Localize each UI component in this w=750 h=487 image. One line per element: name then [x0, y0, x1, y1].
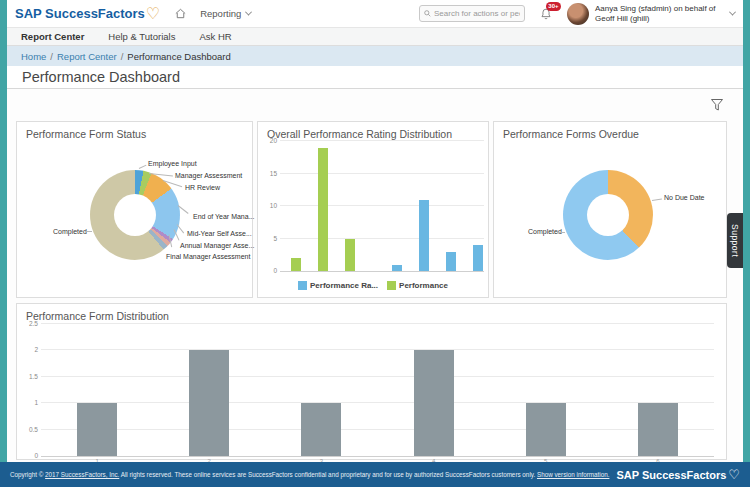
home-icon[interactable]	[174, 7, 187, 20]
bar[interactable]	[419, 200, 429, 272]
chart-legend: Performance Ra... Performance	[258, 281, 488, 290]
search-box[interactable]	[419, 5, 525, 22]
slice-label: HR Review	[185, 184, 220, 191]
y-tick-label: 0	[23, 452, 38, 459]
y-tick-label: 1	[23, 399, 38, 406]
y-tick-label: 2	[23, 346, 38, 353]
legend-item: Performance	[387, 281, 448, 290]
slice-label: Mid-Year Self Asse...	[187, 230, 252, 237]
slice-label: Manager Assessment	[175, 172, 242, 179]
show-version-link[interactable]: Show version information.	[537, 471, 609, 478]
legend-label: Performance Ra...	[310, 281, 378, 290]
bar[interactable]	[446, 252, 456, 272]
breadcrumb-current: Performance Dashboard	[127, 51, 231, 62]
chart-title: Performance Form Distribution	[26, 310, 169, 322]
bars-layer	[280, 141, 484, 271]
support-tab[interactable]: Support	[727, 213, 743, 268]
bar[interactable]	[392, 265, 402, 272]
bar[interactable]	[291, 258, 301, 271]
footer: Copyright © 2017 SuccessFactors, Inc. Al…	[0, 462, 750, 487]
tab-help-tutorials[interactable]: Help & Tutorials	[108, 31, 175, 42]
copyright-text: Copyright © 2017 SuccessFactors, Inc. Al…	[10, 471, 616, 478]
breadcrumb-separator: /	[121, 51, 124, 62]
form-distribution-plot[interactable]: 00.511.522.5 123456	[41, 324, 714, 457]
card-overall-performance-rating-distribution: Overall Performance Rating Distribution …	[257, 121, 489, 298]
tab-ask-hr[interactable]: Ask HR	[199, 31, 231, 42]
sap-successfactors-logo: SAP SuccessFactors	[15, 6, 145, 21]
leader-line	[652, 199, 662, 201]
legend-swatch	[387, 281, 396, 290]
y-tick-label: 0	[262, 267, 277, 274]
slice-label: No Due Date	[664, 194, 704, 201]
module-menu[interactable]: Reporting	[200, 8, 251, 19]
chevron-down-icon	[245, 9, 252, 16]
leader-line	[557, 232, 565, 233]
bar[interactable]	[526, 403, 566, 456]
legend-item: Performance Ra...	[298, 281, 378, 290]
leader-line	[85, 231, 92, 232]
slice-label: Final Manager Assessment	[166, 253, 250, 260]
right-edge-strip	[743, 0, 750, 462]
dashboard-panel: Performance Form Status Employee Input M…	[7, 88, 743, 462]
user-menu-chevron-icon[interactable]	[729, 9, 736, 16]
copyright-prefix: Copyright ©	[10, 471, 45, 478]
user-name: Aanya Sing (sfadmin) on behalf of Geoff …	[595, 4, 727, 24]
footer-brand-name: SAP SuccessFactors	[616, 469, 726, 481]
rating-distribution-plot[interactable]: 05101520	[280, 141, 484, 272]
breadcrumb-home[interactable]: Home	[21, 51, 46, 62]
y-tick-label: 10	[262, 202, 277, 209]
y-tick-label: 15	[262, 170, 277, 177]
legend-label: Performance	[399, 281, 448, 290]
tab-report-center[interactable]: Report Center	[21, 31, 84, 42]
footer-brand: SAP SuccessFactors ♡	[616, 467, 740, 482]
title-bar: Performance Dashboard	[7, 66, 743, 88]
copyright-middle: All rights reserved. These online servic…	[119, 471, 537, 478]
bar[interactable]	[301, 403, 341, 456]
y-tick-label: 5	[262, 235, 277, 242]
bar[interactable]	[189, 350, 229, 456]
support-tab-label: Support	[730, 224, 740, 257]
card-performance-forms-overdue: Performance Forms Overdue No Due Date Co…	[493, 121, 727, 298]
bars-layer	[41, 324, 714, 456]
bar[interactable]	[638, 403, 678, 456]
y-tick-label: 20	[262, 137, 277, 144]
y-tick-label: 0.5	[23, 426, 38, 433]
left-edge-strip	[0, 0, 7, 462]
card-performance-form-distribution: Performance Form Distribution 00.511.522…	[16, 303, 727, 460]
bar[interactable]	[473, 245, 483, 271]
chart-title: Performance Form Status	[26, 128, 146, 140]
notification-badge: 30+	[546, 2, 561, 11]
bar[interactable]	[318, 148, 328, 272]
notifications-button[interactable]: 30+	[539, 7, 553, 21]
legend-swatch	[298, 281, 307, 290]
module-menu-label: Reporting	[200, 8, 241, 19]
slice-label: Annual Manager Asse...	[180, 242, 254, 249]
top-header: SAP SuccessFactors ♡ Reporting 30+ Aanya…	[7, 0, 743, 28]
user-avatar[interactable]	[567, 3, 589, 25]
chart-title: Performance Forms Overdue	[503, 128, 639, 140]
slice-label: Completed	[53, 228, 87, 235]
content-area: SAP SuccessFactors ♡ Reporting 30+ Aanya…	[7, 0, 743, 462]
chart-title: Overall Performance Rating Distribution	[267, 128, 452, 140]
filter-icon	[710, 98, 724, 112]
bar[interactable]	[77, 403, 117, 456]
page-title: Performance Dashboard	[22, 69, 180, 85]
app-window: SAP SuccessFactors ♡ Reporting 30+ Aanya…	[0, 0, 750, 487]
heart-logo-icon: ♡	[146, 6, 160, 22]
card-performance-form-status: Performance Form Status Employee Input M…	[16, 121, 253, 298]
slice-label: Employee Input	[148, 160, 197, 167]
bar[interactable]	[345, 239, 355, 272]
performance-forms-overdue-donut[interactable]	[563, 170, 653, 260]
nav-tab-bar: Report Center Help & Tutorials Ask HR	[7, 28, 743, 46]
y-tick-label: 2.5	[23, 320, 38, 327]
bar[interactable]	[414, 350, 454, 456]
footer-heart-icon: ♡	[728, 467, 740, 482]
slice-label: End of Year Mana...	[193, 213, 255, 220]
filter-button[interactable]	[709, 97, 725, 113]
performance-form-status-donut[interactable]	[90, 170, 180, 260]
copyright-link[interactable]: 2017 SuccessFactors, Inc.	[45, 471, 119, 478]
leader-line	[139, 165, 147, 169]
y-tick-label: 1.5	[23, 373, 38, 380]
breadcrumb-report-center[interactable]: Report Center	[57, 51, 117, 62]
search-input[interactable]	[434, 9, 520, 18]
